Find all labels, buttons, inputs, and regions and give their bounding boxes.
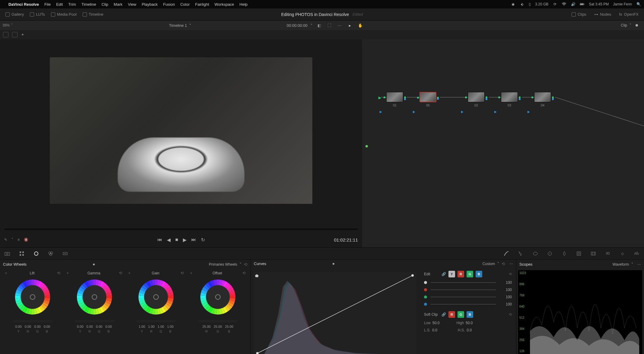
curves-graph[interactable] [251,268,420,354]
expand-icon[interactable]: ⛶ [326,22,333,29]
wheel-value[interactable]: 0.00 [105,325,112,328]
wand-icon[interactable]: ✦ [21,33,24,37]
menu-playback[interactable]: Playback [142,2,158,7]
node-input-icon[interactable] [531,96,533,98]
wheel-value[interactable]: 25.00 [202,325,211,328]
wheel-master-slider[interactable] [13,320,52,322]
timeline-button[interactable]: Timeline [80,11,107,18]
menu-timeline[interactable]: Timeline [81,2,96,7]
menu-edit[interactable]: Edit [56,2,63,7]
sync-icon[interactable]: ⟳ [553,2,557,7]
highlight-icon[interactable]: ◧ [316,22,323,29]
wheel-value[interactable]: 0.00 [44,325,50,328]
link-icon[interactable]: 🔗 [442,312,446,317]
key-tab[interactable] [575,250,582,257]
wheel-master-slider[interactable] [136,320,176,322]
wheel-master-slider[interactable] [75,320,114,322]
node-04[interactable]: 04 ▶ [534,92,551,107]
wheel-value[interactable]: 25.00 [225,325,234,328]
scrubber[interactable] [4,229,358,230]
menu-workspace[interactable]: Workspace [215,2,234,7]
node-alpha-output-icon[interactable] [519,98,521,100]
reset-icon[interactable]: ⟲ [509,272,512,276]
wheels-mode-dropdown[interactable]: Primaries Wheels˅⟲ [209,262,247,267]
imagewipe-icon[interactable] [3,32,8,37]
viewer-image[interactable] [50,57,312,204]
wheel-value[interactable]: 25.00 [214,325,222,328]
node-alpha-output-icon[interactable] [552,98,554,100]
node-input-icon[interactable] [498,96,500,98]
stop-button[interactable]: ■ [175,237,178,242]
keyframes-icon[interactable]: ◇ [619,250,626,257]
clips-button[interactable]: Clips [569,11,589,18]
spotlight-icon[interactable]: 🔍 [636,2,641,7]
picker-icon[interactable]: + [128,271,131,275]
link-icon[interactable]: 🔗 [442,272,446,276]
wifi-icon[interactable] [562,2,566,7]
window-tab[interactable] [532,250,539,257]
sc-g-button[interactable]: G [457,311,464,318]
color-wheel[interactable] [75,277,114,317]
node-02[interactable]: 02 ▶ [468,92,485,107]
play-button[interactable]: ▶ [183,237,187,243]
wheel-value[interactable]: 1.00 [158,325,164,328]
volume-icon[interactable]: 🔊 [571,2,575,7]
loop-button[interactable]: ↻ [201,237,205,243]
chevron-down-icon[interactable]: ˅ [11,238,13,242]
reset-icon[interactable]: ⟲ [180,271,184,275]
sc-b-button[interactable]: B [467,311,473,318]
menu-view[interactable]: View [128,2,136,7]
intensity-slider[interactable] [431,289,496,290]
curves-mode-dropdown[interactable]: Custom˅⟲⋯ [483,261,513,266]
picker-icon[interactable]: + [190,271,193,275]
luts-button[interactable]: LUTs [27,11,48,18]
wheel-value[interactable]: 0.00 [96,325,102,328]
channel-g-button[interactable]: G [467,271,473,277]
dropbox-icon[interactable]: ⬖ [520,2,524,7]
mute-icon[interactable]: 🔇 [24,238,28,242]
color-wheel[interactable] [198,277,238,317]
node-01[interactable]: 01 ▶ [386,92,403,107]
wheel-value[interactable]: 0.00 [34,325,40,328]
hs-value[interactable]: 0.0 [467,328,472,332]
node-input-icon[interactable] [465,96,467,98]
menu-file[interactable]: File [44,2,51,7]
viewer-timecode[interactable]: 00:00:00:00 [287,23,308,28]
wheel-value[interactable]: 0.00 [77,325,83,328]
stack-icon[interactable]: ≡ [18,238,20,242]
clock[interactable]: Sat 3:45 PM [589,2,609,6]
first-frame-button[interactable]: ⏮ [157,237,162,242]
picker-icon[interactable]: + [5,271,7,275]
menu-color[interactable]: Color [180,2,190,7]
wheel-value[interactable]: 0.00 [15,325,21,328]
channel-y-button[interactable]: Y [448,271,455,277]
reset-icon[interactable]: ⟲ [502,261,505,266]
node-editor[interactable]: ▶ 01 ▶ 05 ▶ 02 ▶ [362,39,644,247]
node-input-icon[interactable] [384,96,385,98]
menu-clip[interactable]: Clip [101,2,108,7]
color-wheels-tab[interactable] [33,250,40,257]
menu-help[interactable]: Help [240,2,248,7]
intensity-slider[interactable] [431,297,496,297]
color-wheel[interactable] [13,277,53,317]
user-name[interactable]: Jamie Fenn [613,2,632,6]
eyedropper-icon[interactable]: ✎ [4,238,7,242]
node-alpha-output-icon[interactable] [437,98,439,100]
openfx-button[interactable]: fxOpenFX [616,11,642,18]
color-match-tab[interactable] [18,250,25,257]
transport-timecode[interactable]: 01:02:21:11 [334,237,358,242]
more-icon[interactable]: ⋯ [637,262,641,267]
gallery-button[interactable]: Gallery [2,11,27,18]
reset-icon[interactable]: ⟲ [509,312,512,317]
menu-trim[interactable]: Trim [68,2,76,7]
scopes-waveform-icon[interactable] [633,250,640,257]
blur-tab[interactable] [561,250,568,257]
wheel-value[interactable]: 0.00 [86,325,93,328]
waveform-scope[interactable]: 1023896768640512384256128 [518,270,642,354]
intensity-slider[interactable] [431,304,496,305]
tracking-tab[interactable] [546,250,553,257]
menu-fairlight[interactable]: Fairlight [195,2,209,7]
qualifier-tab[interactable] [517,250,524,257]
mediapool-button[interactable]: Media Pool [48,11,80,18]
intensity-slider[interactable] [431,282,496,283]
